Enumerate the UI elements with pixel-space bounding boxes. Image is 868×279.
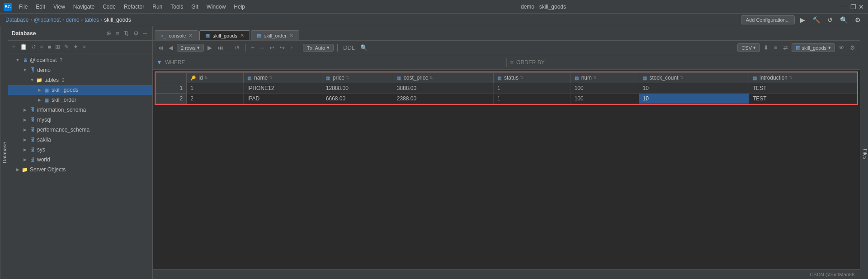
menu-file[interactable]: File xyxy=(15,2,31,11)
th-status-sort[interactable]: ⇅ xyxy=(520,76,524,80)
db-tb-stop[interactable]: ■ xyxy=(46,43,52,51)
revert-button[interactable]: ↩ xyxy=(268,43,276,52)
th-stock-count[interactable]: ▦ stock_count ⇅ xyxy=(639,73,749,83)
nav-prev-button[interactable]: ◀ xyxy=(167,43,175,52)
menu-edit[interactable]: Edit xyxy=(32,2,49,11)
tab-skill-goods[interactable]: ▦ skill_goods ✕ xyxy=(199,30,250,40)
th-name[interactable]: ▦ name ⇅ xyxy=(244,73,322,83)
tab-skill-goods-close[interactable]: ✕ xyxy=(240,33,244,38)
nav-next-button[interactable]: ▶ xyxy=(206,43,214,52)
ddl-button[interactable]: DDL xyxy=(341,43,357,52)
nav-first-button[interactable]: ⏮ xyxy=(156,43,165,52)
row-1-cost-price[interactable]: 3888.00 xyxy=(393,83,493,94)
move-up-button[interactable]: ↑ xyxy=(288,43,295,52)
tab-console[interactable]: >_ console ✕ xyxy=(155,30,198,40)
db-list-icon[interactable]: ≡ xyxy=(114,29,121,38)
files-panel[interactable]: Files xyxy=(860,26,868,279)
th-stock-count-sort[interactable]: ⇅ xyxy=(680,76,684,80)
table-name-selector[interactable]: ▦ skill_goods ▾ xyxy=(792,43,835,52)
menu-navigate[interactable]: Navigate xyxy=(70,2,98,11)
row-2-introduction[interactable]: TEST xyxy=(749,94,857,104)
db-tb-add[interactable]: + xyxy=(11,43,17,51)
db-tb-arrow[interactable]: > xyxy=(81,43,87,51)
breadcrumb-demo[interactable]: demo xyxy=(66,17,80,23)
menu-view[interactable]: View xyxy=(50,2,69,11)
build-icon[interactable]: 🔨 xyxy=(811,15,822,24)
db-tb-copy[interactable]: 📋 xyxy=(19,43,28,51)
tree-item-skill-order[interactable]: ▶ ▦ skill_order xyxy=(8,95,152,105)
menu-window[interactable]: Window xyxy=(203,2,230,11)
db-tb-edit[interactable]: ✎ xyxy=(63,43,71,51)
db-tb-grid[interactable]: ⊞ xyxy=(54,43,61,51)
row-1-id[interactable]: 1 xyxy=(187,83,244,94)
breadcrumb-tables[interactable]: tables xyxy=(85,17,99,23)
tx-selector[interactable]: Tx: Auto ▾ xyxy=(303,44,334,52)
db-minimize-icon[interactable]: ─ xyxy=(142,29,149,38)
search-button[interactable]: 🔍 xyxy=(359,43,369,52)
maximize-button[interactable]: ❒ xyxy=(850,4,856,10)
tree-item-demo[interactable]: ▼ 🗄 demo xyxy=(8,65,152,75)
tree-item-tables[interactable]: ▼ 📁 tables 2 xyxy=(8,75,152,85)
tree-item-mysql[interactable]: ▶ 🗄 mysql xyxy=(8,115,152,125)
sidebar-database-label[interactable]: Database xyxy=(0,26,8,279)
row-2-id[interactable]: 2 xyxy=(187,94,244,104)
menu-run[interactable]: Run xyxy=(149,2,166,11)
row-1-stock-count[interactable]: 10 xyxy=(639,83,749,94)
th-cost-price[interactable]: ▦ cost_price ⇅ xyxy=(393,73,493,83)
table-row[interactable]: 2 2 IPAD 6668.00 2388.00 1 100 10 TEST xyxy=(156,94,857,104)
row-2-status[interactable]: 1 xyxy=(494,94,571,104)
menu-refactor[interactable]: Refactor xyxy=(120,2,148,11)
th-name-sort[interactable]: ⇅ xyxy=(269,76,273,80)
tree-item-world[interactable]: ▶ 🗄 world xyxy=(8,155,152,165)
tree-item-localhost[interactable]: ▼ 🖥 @localhost 7 xyxy=(8,55,152,65)
th-num-sort[interactable]: ⇅ xyxy=(593,76,597,80)
tree-item-sakila[interactable]: ▶ 🗄 sakila xyxy=(8,135,152,145)
row-1-num[interactable]: 100 xyxy=(571,83,639,94)
transfer-button[interactable]: ⇄ xyxy=(781,43,790,52)
filter-cols-button[interactable]: ≡ xyxy=(772,43,779,52)
tab-skill-order[interactable]: ▦ skill_order ✕ xyxy=(251,30,299,40)
menu-git[interactable]: Git xyxy=(188,2,202,11)
row-1-price[interactable]: 12888.00 xyxy=(322,83,393,94)
download-button[interactable]: ⬇ xyxy=(762,43,770,52)
settings-icon[interactable]: ⚙ xyxy=(853,15,863,24)
eye-button[interactable]: 👁 xyxy=(837,43,846,52)
apply-button[interactable]: ↪ xyxy=(278,43,287,52)
db-settings-icon[interactable]: ⚙ xyxy=(132,29,140,38)
row-2-name[interactable]: IPAD xyxy=(244,94,322,104)
breadcrumb-skill-goods[interactable]: skill_goods xyxy=(104,17,131,23)
tree-item-skill-goods[interactable]: ▶ ▦ skill_goods xyxy=(8,85,152,95)
db-tb-refresh[interactable]: ↺ xyxy=(30,43,38,51)
th-price-sort[interactable]: ⇅ xyxy=(346,76,349,80)
menu-tools[interactable]: Tools xyxy=(167,2,187,11)
csv-button[interactable]: CSV ▾ xyxy=(737,43,760,52)
run-icon[interactable]: ▶ xyxy=(798,15,807,24)
menu-help[interactable]: Help xyxy=(230,2,249,11)
db-tb-star[interactable]: ✦ xyxy=(72,43,80,51)
menu-code[interactable]: Code xyxy=(99,2,119,11)
row-1-name[interactable]: IPHONE12 xyxy=(244,83,322,94)
row-1-status[interactable]: 1 xyxy=(494,83,571,94)
th-introduction-sort[interactable]: ⇅ xyxy=(789,76,793,80)
th-introduction[interactable]: ▦ introduction ⇅ xyxy=(749,73,857,83)
remove-row-button[interactable]: ─ xyxy=(258,43,266,52)
th-id-sort[interactable]: ⇅ xyxy=(204,76,208,80)
where-filter-icon[interactable]: ▼ xyxy=(156,59,162,66)
search-icon[interactable]: 🔍 xyxy=(838,15,849,24)
table-row[interactable]: 1 1 IPHONE12 12888.00 3888.00 1 100 10 T… xyxy=(156,83,857,94)
th-status[interactable]: ▦ status ⇅ xyxy=(494,73,571,83)
th-price[interactable]: ▦ price ⇅ xyxy=(322,73,393,83)
minimize-button[interactable]: ─ xyxy=(842,4,848,10)
tree-item-sys[interactable]: ▶ 🗄 sys xyxy=(8,145,152,155)
rows-badge[interactable]: 2 rows ▾ xyxy=(177,44,204,52)
db-tb-menu[interactable]: ≡ xyxy=(39,43,45,51)
tree-item-information-schema[interactable]: ▶ 🗄 information_schema xyxy=(8,105,152,115)
add-row-button[interactable]: + xyxy=(249,43,256,52)
close-button[interactable]: ✕ xyxy=(858,4,864,10)
row-2-cost-price[interactable]: 2388.00 xyxy=(393,94,493,104)
db-add-icon[interactable]: ⊕ xyxy=(105,29,113,38)
rerun-icon[interactable]: ↺ xyxy=(826,15,835,24)
order-filter-icon[interactable]: ≡ xyxy=(510,59,514,66)
add-configuration-button[interactable]: Add Configuration... xyxy=(741,15,795,24)
row-2-stock-count[interactable]: 10 xyxy=(639,94,749,104)
